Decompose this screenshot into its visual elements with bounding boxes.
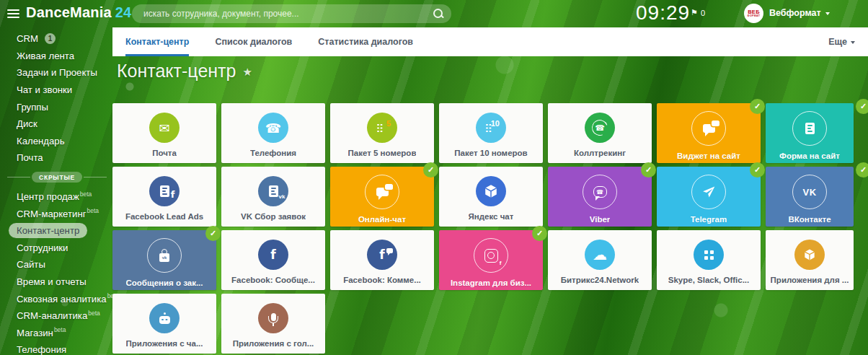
search-bar: [132, 4, 451, 23]
more-menu[interactable]: Еще: [828, 37, 855, 47]
sidebar-item-sites[interactable]: Сайты: [0, 256, 112, 273]
tab-dialog-statistics[interactable]: Статистика диалогов: [318, 27, 413, 56]
sidebar-item-contact-center[interactable]: Контакт-центр: [0, 222, 112, 240]
sidebar-item-chat-calls[interactable]: Чат и звонки: [0, 82, 112, 99]
tile-online-chat[interactable]: Онлайн-чат ✓: [330, 167, 434, 227]
sidebar-item-mail[interactable]: Почта: [0, 149, 112, 167]
chatbot-icon: [149, 303, 180, 333]
menu-icon[interactable]: [7, 9, 19, 18]
sidebar: CRM1 Живая лента Задачи и Проекты Чат и …: [0, 30, 112, 355]
sidebar-item-calendar[interactable]: Календарь: [0, 133, 112, 150]
vk-icon: VK: [792, 175, 827, 209]
tile-apps-open-channels[interactable]: Приложения для ...: [766, 230, 854, 290]
chat-bubbles-icon: [365, 175, 399, 209]
sidebar-item-disk[interactable]: Диск: [0, 115, 112, 133]
box-icon: [794, 240, 825, 270]
facebook-lead-icon: f: [149, 176, 180, 206]
topbar: DanceMania24 09:29 ⚑ 0 ВЕБ ФОРМАТ Вебфор…: [0, 0, 868, 27]
microphone-icon: [258, 303, 288, 333]
tile-order-messages[interactable]: vk Сообщения о зак... ✓: [112, 230, 216, 290]
sidebar-item-employees[interactable]: Сотрудники: [0, 240, 112, 257]
tile-site-widget[interactable]: Виджет на сайт ✓: [657, 103, 761, 163]
sidebar-item-crm-analytics[interactable]: CRM-аналитикаbeta: [0, 307, 112, 325]
check-icon: ✓: [750, 162, 765, 178]
apps-grid-icon: [694, 240, 724, 270]
instagram-icon: [474, 238, 508, 273]
form-icon: [792, 111, 827, 146]
tile-vk-leads[interactable]: vk VK Сбор заявок: [221, 167, 325, 227]
sidebar-item-end-to-end-analytics[interactable]: Сквозная аналитикаbeta: [0, 290, 112, 307]
counter-badge: 1: [45, 33, 56, 44]
sidebar-item-crm-marketing[interactable]: CRM-маркетингbeta: [0, 205, 112, 222]
facebook-icon: f: [258, 240, 288, 270]
sidebar-item-feed[interactable]: Живая лента: [0, 48, 112, 65]
tile-skype-slack-office[interactable]: Skype, Slack, Offic...: [657, 230, 761, 290]
worktime-clock[interactable]: 09:29: [636, 1, 690, 25]
tile-telegram[interactable]: Telegram ✓: [657, 167, 761, 227]
search-input[interactable]: [132, 4, 451, 23]
tile-voice-apps[interactable]: Приложения с гол...: [221, 294, 325, 354]
tile-chat-bot-apps[interactable]: Приложения с ча...: [112, 294, 216, 354]
chevron-down-icon: [851, 41, 855, 46]
search-icon[interactable]: [433, 9, 443, 18]
check-icon: ✓: [532, 226, 547, 241]
tile-calltracking[interactable]: ☎ Коллтрекинг: [548, 103, 652, 163]
facebook-comment-icon: f: [367, 240, 397, 270]
keypad-10-icon: 10: [476, 113, 506, 143]
tile-number-pack-10[interactable]: 10 Пакет 10 номеров: [439, 103, 543, 163]
mail-icon: ✉: [149, 113, 180, 143]
check-icon: ✓: [856, 99, 868, 114]
tab-bar: Контакт-центр Список диалогов Статистика…: [112, 27, 868, 56]
check-icon: ✓: [641, 162, 656, 178]
sidebar-item-groups[interactable]: Группы: [0, 98, 112, 115]
avatar[interactable]: ВЕБ ФОРМАТ: [744, 4, 763, 23]
chevron-down-icon: [825, 12, 830, 17]
tile-mail[interactable]: ✉ Почта: [112, 103, 216, 163]
notifications-count: 0: [701, 9, 705, 17]
viber-icon: ☎: [583, 175, 617, 209]
tab-dialog-list[interactable]: Список диалогов: [215, 27, 292, 56]
telegram-icon: [691, 175, 726, 209]
check-icon: ✓: [750, 99, 765, 114]
calltracking-icon: ☎: [585, 113, 615, 143]
phone-icon: ☎: [258, 113, 288, 143]
user-menu[interactable]: Вебформат: [769, 8, 830, 18]
tile-facebook-comments[interactable]: f Facebook: Комме...: [330, 230, 434, 290]
tile-yandex-chat[interactable]: Яндекс чат: [439, 167, 543, 227]
tab-contact-center[interactable]: Контакт-центр: [125, 27, 189, 56]
favorite-star-icon[interactable]: ★: [242, 66, 252, 79]
sidebar-item-store[interactable]: Магазинbeta: [0, 325, 112, 342]
tile-instagram-business[interactable]: Instagram для биз... ✓: [439, 230, 543, 290]
tile-number-pack-5[interactable]: 5 Пакет 5 номеров: [330, 103, 434, 163]
cube-icon: [476, 176, 506, 206]
shopping-bag-icon: vk: [147, 238, 182, 273]
tile-vkontakte[interactable]: VK ВКонтакте ✓: [766, 167, 854, 227]
notifications-indicator[interactable]: ⚑ 0: [691, 8, 705, 17]
app-logo: DanceMania24: [26, 4, 131, 21]
connector-grid: ✉ Почта ☎ Телефония 5 Пакет 5 номеров 10…: [112, 103, 854, 354]
tile-site-form[interactable]: Форма на сайт ✓: [766, 103, 854, 163]
check-icon: ✓: [423, 162, 438, 178]
page-title: Контакт-центр ★: [117, 61, 252, 82]
tile-facebook-messages[interactable]: f Facebook: Сообще...: [221, 230, 325, 290]
tile-facebook-lead-ads[interactable]: f Facebook Lead Ads: [112, 167, 216, 227]
sidebar-item-telephony[interactable]: Телефония: [0, 341, 112, 355]
cloud-icon: ☁: [585, 240, 615, 270]
check-icon: ✓: [856, 162, 868, 178]
vk-lead-icon: vk: [258, 176, 288, 206]
sidebar-item-time-reports[interactable]: Время и отчеты: [0, 273, 112, 291]
tile-viber[interactable]: ☎ Viber ✓: [548, 167, 652, 227]
sidebar-item-sales-center[interactable]: Центр продажbeta: [0, 188, 112, 206]
tile-telephony[interactable]: ☎ Телефония: [221, 103, 325, 163]
sidebar-item-tasks[interactable]: Задачи и Проекты: [0, 64, 112, 82]
keypad-5-icon: 5: [367, 113, 397, 143]
sidebar-item-crm[interactable]: CRM1: [0, 30, 112, 48]
chat-bubbles-icon: [691, 111, 726, 146]
tile-bitrix24-network[interactable]: ☁ Битрикс24.Network: [548, 230, 652, 290]
check-icon: ✓: [205, 226, 221, 241]
flag-icon: ⚑: [691, 8, 698, 17]
hidden-section-divider[interactable]: СКРЫТЫЕ: [0, 168, 112, 187]
